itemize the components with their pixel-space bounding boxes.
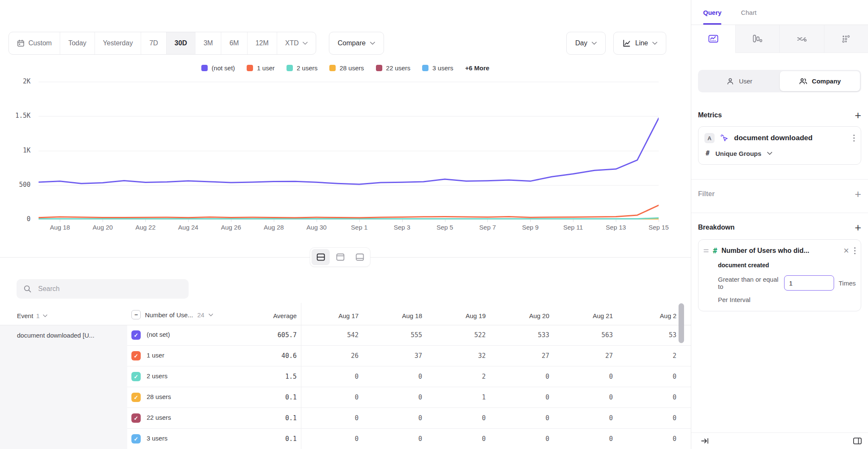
table-view-icon [355,253,364,261]
interval-label: Day [575,39,587,47]
table-row[interactable]: ✓3 users0.1000000 [127,429,691,449]
table-cell-value: 0 [492,394,555,401]
kebab-menu-icon[interactable] [853,134,855,142]
metric-aggregation-row: # Unique Groups [704,150,855,157]
report-tab-insights[interactable] [691,25,735,53]
x-axis-label: Aug 30 [306,224,327,231]
funnels-icon [752,34,763,44]
table-row[interactable]: ✓1 user40.626373227272 [127,346,691,366]
x-axis-tick [274,219,274,222]
series-checkbox[interactable]: ✓ [131,330,141,340]
search-box [17,279,189,299]
series-checkbox[interactable]: ✓ [131,434,141,443]
add-breakdown-button[interactable]: + [855,223,861,232]
user-icon [726,78,734,85]
x-axis-label: Aug 18 [50,224,70,231]
date-range-custom[interactable]: Custom [9,32,60,54]
date-range-yesterday[interactable]: Yesterday [95,32,142,54]
legend-item[interactable]: 3 users [422,64,453,72]
event-list-panel: document downloaded [U... [0,325,127,449]
chart-view-toggle[interactable] [331,249,349,265]
table-cell-value: 0 [301,435,364,443]
report-tab-flows[interactable] [779,25,824,53]
collapse-panel-icon[interactable] [701,437,709,445]
main-panel: CustomTodayYesterday7D30D3M6M12MXTD Comp… [0,0,691,449]
legend-item[interactable]: 1 user [247,64,275,72]
event-column-header[interactable]: Event 1 [17,312,47,319]
date-range-3m[interactable]: 3M [195,32,221,54]
split-view-toggle[interactable] [312,249,330,265]
search-input[interactable] [37,285,182,293]
x-axis-label: Aug 24 [178,224,198,231]
add-metric-button[interactable]: + [855,111,861,119]
legend-item[interactable]: 22 users [376,64,411,72]
legend-swatch [287,65,293,71]
series-line-1-user[interactable] [39,205,659,218]
table-cell-value: 522 [428,331,492,339]
add-filter-button[interactable]: + [855,190,861,198]
per-interval-label[interactable]: Per Interval [718,296,856,303]
sidebar-bottom-bar [691,432,868,449]
entity-option-user[interactable]: User [699,71,780,91]
event-list-item[interactable]: document downloaded [U... [0,325,127,339]
entity-option-company[interactable]: Company [780,71,860,91]
legend-item[interactable]: (not set) [201,64,235,72]
date-column-header: Aug 19 [428,312,492,319]
tab-chart[interactable]: Chart [741,0,757,25]
report-tab-retention[interactable] [824,25,868,53]
select-all-checkbox[interactable]: − [131,310,141,319]
date-range-7d[interactable]: 7D [141,32,166,54]
table-row[interactable]: ✓28 users0.1001000 [127,387,691,408]
table-scrollbar[interactable] [679,303,684,343]
drag-handle-icon[interactable] [704,249,709,253]
date-range-xtd[interactable]: XTD [277,32,316,54]
metric-badge: A [704,133,715,143]
table-view-toggle[interactable] [351,249,369,265]
legend-item[interactable]: 2 users [287,64,317,72]
table-cell-value: 563 [555,331,619,339]
report-tab-funnels[interactable] [735,25,780,53]
chart-type-dropdown[interactable]: Line [613,32,666,55]
section-divider [691,213,868,213]
chart-view-icon [336,253,345,261]
table-row[interactable]: ✓2 users1.5002000 [127,366,691,387]
breakdown-card[interactable]: # Number of Users who did... × document … [698,239,861,311]
series-checkbox[interactable]: ✓ [131,372,141,381]
series-line--not-set-[interactable] [39,118,659,184]
interval-dropdown[interactable]: Day [566,32,605,55]
table-cell-value: 0 [492,373,555,380]
date-column-header: Aug 18 [364,312,428,319]
x-axis-tick [659,219,659,222]
tab-query[interactable]: Query [703,0,721,25]
date-range-6m[interactable]: 6M [221,32,247,54]
chevron-down-icon [592,42,597,45]
series-checkbox[interactable]: ✓ [131,413,141,423]
metric-card[interactable]: A document downloaded # Unique Groups [698,126,861,165]
legend-more-button[interactable]: +6 More [465,64,490,72]
split-panel-icon[interactable] [853,437,862,445]
series-checkbox[interactable]: ✓ [131,351,141,360]
kebab-menu-icon[interactable] [854,247,856,255]
legend-swatch [422,65,428,71]
series-header-label[interactable]: Number of Use... [145,311,193,319]
compare-button[interactable]: Compare [329,32,384,55]
condition-value-input[interactable] [784,275,834,291]
date-range-label: Yesterday [103,39,133,47]
date-range-today[interactable]: Today [60,32,95,54]
condition-label[interactable]: Greater than or equal to [718,276,779,290]
date-range-label: 3M [203,39,213,47]
x-axis-tick [402,219,403,222]
aggregation-dropdown[interactable]: Unique Groups [715,150,761,157]
legend-item[interactable]: 28 users [329,64,364,72]
series-label: 1 user [147,352,164,359]
table-cell-value: 32 [428,352,492,360]
remove-breakdown-icon[interactable]: × [843,246,850,255]
date-range-12m[interactable]: 12M [248,32,277,54]
table-row[interactable]: ✓(not set)605.754255552253356353 [127,325,691,346]
table-row[interactable]: ✓22 users0.1000000 [127,408,691,429]
date-range-label: XTD [285,39,299,47]
legend-swatch [376,65,382,71]
series-label: 22 users [147,414,171,421]
series-checkbox[interactable]: ✓ [131,393,141,402]
date-range-30d[interactable]: 30D [167,32,195,54]
